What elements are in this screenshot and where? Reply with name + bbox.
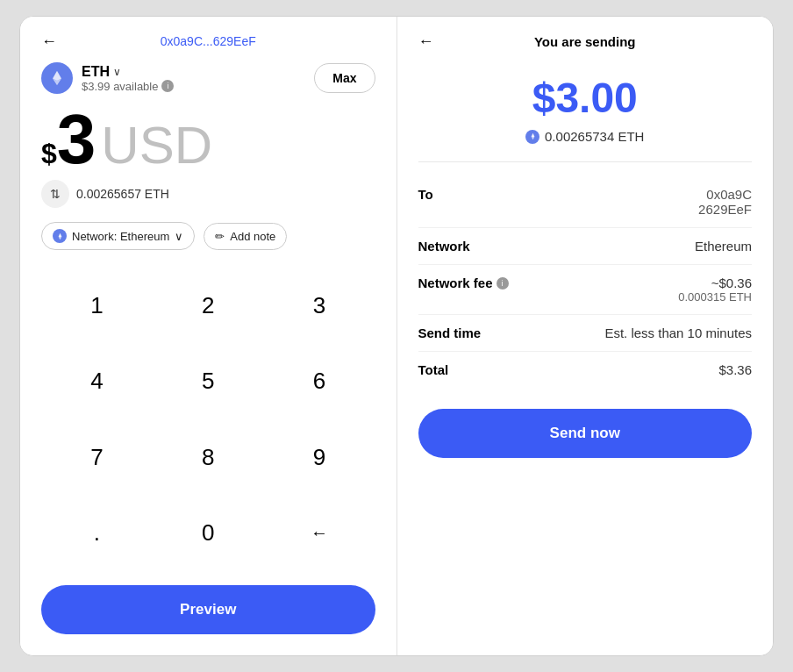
swap-icon[interactable]: ⇅ (41, 180, 69, 208)
key-8[interactable]: 8 (153, 419, 264, 496)
key-9[interactable]: 9 (264, 419, 375, 496)
time-value: Est. less than 10 minutes (604, 325, 752, 340)
network-detail-value: Ethereum (695, 239, 752, 254)
network-detail-label: Network (418, 239, 470, 254)
fee-label-row: Network fee i (418, 275, 509, 290)
to-label: To (418, 187, 433, 202)
key-7[interactable]: 7 (41, 419, 153, 496)
pencil-icon: ✏ (215, 230, 225, 243)
add-note-label: Add note (230, 230, 275, 243)
max-button[interactable]: Max (314, 63, 375, 93)
divider (418, 161, 753, 162)
balance-info-icon[interactable]: i (161, 80, 174, 92)
fee-label: Network fee (418, 275, 493, 290)
total-label: Total (418, 362, 449, 377)
confirm-header: ← You are sending (418, 34, 753, 49)
fee-info-icon[interactable]: i (497, 277, 509, 290)
send-eth-icon (525, 130, 539, 144)
preview-button[interactable]: Preview (41, 585, 375, 634)
token-name: ETH (82, 64, 110, 80)
dollar-sign: $ (41, 138, 57, 170)
key-5[interactable]: 5 (153, 344, 264, 420)
key-6[interactable]: 6 (264, 344, 375, 420)
send-now-button[interactable]: Send now (418, 409, 753, 458)
network-button[interactable]: Network: Ethereum ∨ (41, 222, 195, 250)
network-label: Network: Ethereum (72, 230, 169, 243)
total-row: Total $3.36 (418, 352, 753, 388)
send-screen: ← 0x0a9C...629EeF ETH ∨ $3. (20, 17, 397, 655)
token-row: ETH ∨ $3.99 available i Max (41, 62, 375, 94)
back-button[interactable]: ← (41, 32, 57, 51)
key-backspace[interactable]: ← (264, 496, 375, 572)
to-address: 0x0a9C 2629EeF (698, 187, 752, 217)
send-dollar-amount: $3.00 (418, 74, 753, 122)
token-balance: $3.99 available i (82, 80, 174, 93)
key-4[interactable]: 4 (41, 344, 153, 420)
token-chevron-icon: ∨ (113, 66, 121, 78)
token-name-row[interactable]: ETH ∨ (82, 64, 174, 80)
confirm-back-button[interactable]: ← (418, 32, 434, 51)
confirm-title: You are sending (534, 34, 636, 49)
network-row: Network Ethereum (418, 228, 753, 265)
keypad: 1 2 3 4 5 6 7 8 9 . 0 ← (41, 268, 375, 571)
fee-value-col: ~$0.36 0.000315 ETH (678, 275, 752, 304)
to-row: To 0x0a9C 2629EeF (418, 176, 753, 228)
eth-icon (41, 62, 73, 94)
key-dot[interactable]: . (41, 496, 153, 572)
network-eth-icon (53, 229, 67, 243)
header: ← 0x0a9C...629EeF (41, 34, 375, 48)
amount-display: $ 3 USD (41, 104, 375, 175)
send-amount-display: $3.00 (418, 74, 753, 122)
confirm-screen: ← You are sending $3.00 0.00265734 ETH T… (397, 17, 774, 655)
token-info: ETH ∨ $3.99 available i (41, 62, 174, 94)
amount-currency: USD (101, 119, 212, 172)
key-2[interactable]: 2 (153, 268, 264, 344)
eth-amount-text: 0.00265657 ETH (76, 187, 169, 201)
fee-eth-value: 0.000315 ETH (678, 290, 752, 304)
wallet-address: 0x0a9C...629EeF (161, 34, 256, 48)
amount-number: 3 (57, 104, 96, 175)
eth-conversion-row: ⇅ 0.00265657 ETH (41, 180, 375, 208)
fee-row: Network fee i ~$0.36 0.000315 ETH (418, 265, 753, 315)
key-3[interactable]: 3 (264, 268, 375, 344)
time-label: Send time (418, 325, 482, 340)
total-value: $3.36 (718, 362, 752, 377)
token-details: ETH ∨ $3.99 available i (82, 64, 174, 93)
send-eth-text: 0.00265734 ETH (545, 129, 644, 144)
key-1[interactable]: 1 (41, 268, 153, 344)
send-eth-row: 0.00265734 ETH (418, 129, 753, 144)
network-chevron-icon: ∨ (175, 230, 183, 243)
key-0[interactable]: 0 (153, 496, 264, 572)
add-note-button[interactable]: ✏ Add note (204, 223, 287, 250)
fee-value: ~$0.36 (711, 275, 752, 290)
network-note-row: Network: Ethereum ∨ ✏ Add note (41, 222, 375, 250)
time-row: Send time Est. less than 10 minutes (418, 315, 753, 352)
